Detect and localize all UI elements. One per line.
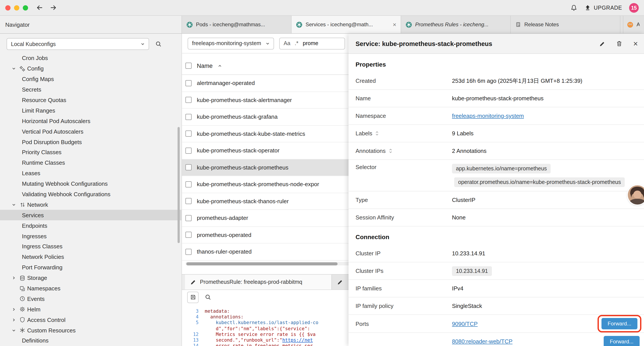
sidebar-item-validating-webhook-configurations[interactable]: Validating Webhook Configurations (0, 189, 182, 200)
notification-badge[interactable]: 15 (629, 3, 639, 12)
forward-icon[interactable] (50, 4, 57, 11)
row-checkbox[interactable] (186, 148, 192, 154)
sidebar-item-services[interactable]: Services (0, 210, 182, 221)
save-button[interactable] (187, 292, 198, 303)
annotations-expand-toggle-icon[interactable] (389, 148, 392, 153)
cluster-ips-label: Cluster IPs (356, 268, 452, 274)
sidebar-item-priority-classes[interactable]: Priority Classes (0, 147, 182, 158)
upgrade-button[interactable]: UPGRADE (584, 4, 622, 11)
sidebar-item-resource-quotas[interactable]: Resource Quotas (0, 95, 182, 105)
back-icon[interactable] (36, 4, 44, 11)
line-number: 12 (182, 332, 205, 337)
sidebar-item-label: Storage (27, 275, 47, 281)
network-icon (18, 202, 27, 208)
tab-release-notes[interactable]: Release Notes (511, 16, 620, 33)
sidebar-item-network-policies[interactable]: Network Policies (0, 252, 182, 262)
row-checkbox[interactable] (186, 164, 192, 171)
namespace-filter-select[interactable]: freeleaps-monitoring-system (188, 37, 274, 49)
regex-toggle[interactable]: .* (295, 40, 298, 46)
sidebar-item-custom-resources[interactable]: Custom Resources (0, 325, 182, 336)
row-checkbox[interactable] (186, 131, 192, 137)
column-header-name[interactable]: Name (197, 62, 212, 69)
namespace-label: Namespace (356, 113, 452, 119)
port-link[interactable]: 9090/TCP (452, 320, 478, 327)
horizontal-scrollbar-thumb[interactable] (186, 262, 338, 265)
sidebar-item-leases[interactable]: Leases (0, 168, 182, 179)
delete-icon[interactable] (616, 40, 623, 47)
sidebar-item-ingress-classes[interactable]: Ingress Classes (0, 241, 182, 252)
sidebar-item-namespaces[interactable]: Namespaces (0, 283, 182, 294)
row-checkbox[interactable] (186, 198, 192, 204)
close-icon[interactable]: × (633, 40, 638, 47)
sidebar-item-definitions[interactable]: Definitions (0, 336, 182, 346)
search-input[interactable]: Aa .* prome (279, 37, 345, 49)
sidebar-scrollbar-thumb[interactable] (178, 127, 180, 243)
sidebar-item-label: Leases (22, 170, 40, 177)
chevron-right-icon (10, 308, 18, 311)
cluster-ip-label: Cluster IP (356, 250, 452, 257)
sidebar-item-label: Validating Webhook Configurations (22, 191, 110, 198)
editor-search-icon[interactable] (205, 294, 211, 301)
match-case-toggle[interactable]: Aa (284, 40, 290, 46)
sidebar-item-events[interactable]: Events (0, 294, 182, 304)
editor-tab-title: PrometheusRule: freeleaps-prod-rabbitmq (200, 279, 302, 285)
row-checkbox[interactable] (186, 249, 192, 255)
tab-services-icecheng-math[interactable]: Services - icecheng@math...× (292, 16, 401, 33)
sidebar-item-label: Access Control (27, 317, 66, 323)
sidebar-item-secrets[interactable]: Secrets (0, 84, 182, 95)
sidebar-item-runtime-classes[interactable]: Runtime Classes (0, 158, 182, 168)
window-controls (5, 5, 28, 10)
sidebar-item-network[interactable]: Network (0, 200, 182, 210)
sidebar-item-access-control[interactable]: Access Control (0, 315, 182, 325)
forward-button[interactable]: Forward... (604, 336, 640, 346)
tab-argo-se[interactable]: Argo Se (623, 16, 644, 33)
bell-icon[interactable] (570, 4, 578, 11)
zoom-window-button[interactable] (23, 5, 28, 10)
upgrade-icon (584, 4, 591, 11)
sidebar-item-cron-jobs[interactable]: Cron Jobs (0, 53, 182, 63)
row-checkbox[interactable] (186, 114, 192, 120)
row-checkbox[interactable] (186, 80, 192, 86)
row-checkbox[interactable] (186, 181, 192, 187)
row-checkbox[interactable] (186, 97, 192, 103)
forward-button[interactable]: Forward... (602, 318, 638, 329)
config-icon (18, 66, 27, 72)
sort-ascending-icon[interactable] (218, 64, 222, 68)
row-checkbox[interactable] (186, 215, 192, 221)
select-all-checkbox[interactable] (186, 63, 192, 69)
line-number: 4 (182, 314, 205, 319)
sidebar-item-endpoints[interactable]: Endpoints (0, 221, 182, 231)
sidebar-item-vertical-pod-autoscalers[interactable]: Vertical Pod Autoscalers (0, 126, 182, 137)
service-detail-panel: Service: kube-prometheus-stack-prometheu… (348, 34, 644, 346)
sidebar-item-ingresses[interactable]: Ingresses (0, 231, 182, 241)
code-segment: error rate in freeleaps metrics ser (205, 343, 313, 346)
navigator-panel-tab: Navigator (0, 16, 182, 33)
sidebar-item-config[interactable]: Config (0, 63, 182, 74)
minimize-window-button[interactable] (14, 5, 19, 10)
row-checkbox[interactable] (186, 232, 192, 238)
edit-icon[interactable] (600, 40, 606, 47)
sidebar-item-label: Helm (27, 306, 40, 313)
sidebar-item-config-maps[interactable]: Config Maps (0, 74, 182, 84)
tab-pods-icecheng-mathmas[interactable]: Pods - icecheng@mathmas... (182, 16, 292, 33)
editor-tab-active[interactable]: PrometheusRule: freeleaps-prod-rabbitmq (185, 275, 332, 290)
sidebar-item-pod-disruption-budgets[interactable]: Pod Disruption Budgets (0, 137, 182, 147)
search-icon[interactable] (155, 41, 162, 47)
service-name: kube-prometheus-stack-grafana (197, 114, 278, 120)
sidebar-item-label: Vertical Pod Autoscalers (22, 128, 83, 135)
detail-row-cluster-ip: Cluster IP 10.233.14.91 (348, 245, 644, 262)
sidebar-item-limit-ranges[interactable]: Limit Ranges (0, 105, 182, 116)
tab-prometheus-rules-icecheng[interactable]: Prometheus Rules - icecheng... (401, 16, 511, 33)
tab-close-icon[interactable]: × (393, 21, 396, 28)
sidebar-item-horizontal-pod-autoscalers[interactable]: Horizontal Pod Autoscalers (0, 116, 182, 126)
sidebar-item-port-forwarding[interactable]: Port Forwarding (0, 262, 182, 273)
kubeconfig-selector[interactable]: Local Kubeconfigs (6, 38, 149, 50)
port-link[interactable]: 8080:reloader-web/TCP (452, 338, 512, 345)
service-name: kube-prometheus-stack-prometheus (197, 164, 288, 171)
close-window-button[interactable] (5, 5, 10, 10)
sidebar-item-helm[interactable]: Helm (0, 304, 182, 315)
sidebar-item-storage[interactable]: Storage (0, 273, 182, 283)
namespace-link[interactable]: freeleaps-monitoring-system (452, 113, 524, 119)
labels-expand-toggle-icon[interactable] (376, 131, 379, 136)
sidebar-item-mutating-webhook-configurations[interactable]: Mutating Webhook Configurations (0, 178, 182, 189)
